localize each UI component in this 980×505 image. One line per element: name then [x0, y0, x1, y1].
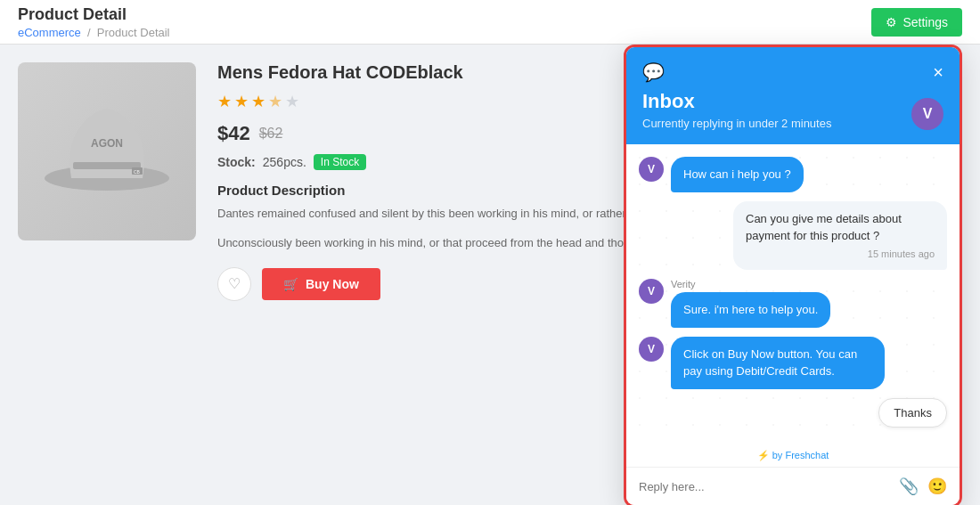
chat-widget: 💬 × Inbox Currently replying in under 2 …: [624, 45, 962, 505]
message-bubble-2: Can you give me details about payment fo…: [733, 201, 947, 271]
page-title: Product Detail: [18, 5, 170, 24]
svg-text:AGON: AGON: [91, 137, 123, 150]
message-bubble-1: How can i help you ?: [671, 157, 804, 192]
buy-now-label: Buy Now: [306, 277, 359, 291]
breadcrumb: eCommerce / Product Detail: [18, 26, 170, 39]
wishlist-button[interactable]: ♡: [217, 267, 251, 301]
freshchat-credit: ⚡ by Freshchat: [626, 446, 960, 467]
agent-avatar-3: V: [639, 279, 664, 304]
message-col-3: Verity Sure. i'm here to help you.: [671, 279, 830, 328]
svg-rect-1: [73, 162, 141, 169]
star-3: ★: [251, 92, 265, 111]
cart-icon: 🛒: [283, 277, 298, 291]
credit-text: by Freshchat: [772, 450, 829, 460]
hat-svg: AGON CB: [36, 89, 178, 214]
heart-icon: ♡: [228, 275, 241, 292]
thanks-bubble[interactable]: Thanks: [878, 398, 947, 428]
message-bubble-3: Sure. i'm here to help you.: [671, 292, 830, 328]
attachment-icon[interactable]: 📎: [899, 476, 919, 496]
message-row-4: V Click on Buy Now button. You can pay u…: [639, 337, 947, 389]
chat-messages[interactable]: V How can i help you ? Can you give me d…: [626, 144, 960, 446]
settings-label: Settings: [902, 15, 948, 29]
stock-badge: In Stock: [314, 154, 366, 170]
message-text-3: Sure. i'm here to help you.: [683, 303, 818, 316]
star-2: ★: [234, 92, 249, 111]
product-image-placeholder: AGON CB: [18, 62, 196, 240]
star-4-half: ★: [268, 92, 282, 111]
chat-header-avatar: V: [911, 98, 943, 130]
agent-name-3: Verity: [671, 279, 830, 289]
chat-subtitle: Currently replying in under 2 minutes: [642, 117, 943, 130]
product-image: AGON CB: [18, 62, 196, 240]
chat-header: 💬 × Inbox Currently replying in under 2 …: [626, 47, 960, 144]
message-text-2: Can you give me details about payment fo…: [746, 212, 902, 243]
agent-avatar-4: V: [639, 337, 664, 362]
price-current: $42: [217, 122, 250, 145]
chat-bubble-icon: 💬: [642, 61, 665, 83]
message-text-4: Click on Buy Now button. You can pay usi…: [683, 347, 857, 379]
stock-label: Stock:: [217, 155, 256, 169]
stock-count: 256pcs.: [263, 155, 306, 169]
main-content: AGON CB Mens Fedora Hat CODEblack ★ ★ ★ …: [0, 45, 980, 505]
message-row-3: V Verity Sure. i'm here to help you.: [639, 279, 947, 328]
svg-text:CB: CB: [134, 169, 141, 175]
chat-footer: 📎 🙂: [626, 467, 960, 505]
message-row-1: V How can i help you ?: [639, 157, 947, 192]
price-original: $62: [259, 126, 283, 142]
settings-icon: ⚙: [886, 15, 897, 29]
breadcrumb-current: Product Detail: [97, 26, 170, 39]
message-bubble-4: Click on Buy Now button. You can pay usi…: [671, 337, 885, 389]
breadcrumb-link[interactable]: eCommerce: [18, 26, 81, 39]
chat-input[interactable]: [639, 480, 890, 493]
star-5: ★: [285, 92, 299, 111]
buy-now-button[interactable]: 🛒 Buy Now: [262, 268, 380, 300]
message-time-2: 15 minutes ago: [746, 247, 935, 262]
chat-title: Inbox: [642, 90, 943, 113]
message-row-2: Can you give me details about payment fo…: [639, 201, 947, 271]
top-bar: Product Detail eCommerce / Product Detai…: [0, 0, 980, 45]
message-text-1: How can i help you ?: [683, 167, 791, 181]
emoji-icon[interactable]: 🙂: [927, 476, 947, 496]
settings-button[interactable]: ⚙ Settings: [871, 8, 962, 37]
chat-header-top: 💬 ×: [642, 61, 943, 83]
star-1: ★: [217, 92, 232, 111]
page-title-area: Product Detail eCommerce / Product Detai…: [18, 5, 170, 39]
chat-close-button[interactable]: ×: [933, 63, 943, 81]
agent-avatar-1: V: [639, 157, 664, 182]
